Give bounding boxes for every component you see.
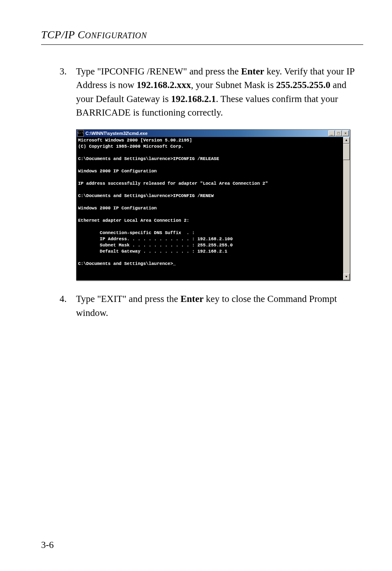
vertical-scrollbar[interactable]: ▲ ▼ (343, 137, 350, 280)
cmd-client-area: Microsoft Windows 2000 [Version 5.00.219… (76, 137, 350, 280)
scroll-down-button[interactable]: ▼ (343, 274, 350, 280)
maximize-button[interactable]: □ (335, 130, 342, 136)
cmd-window: C:\ C:\WINNT\system32\cmd.exe _ □ × Micr… (76, 129, 350, 281)
titlebar[interactable]: C:\ C:\WINNT\system32\cmd.exe _ □ × (76, 130, 350, 137)
scroll-track[interactable] (343, 144, 350, 274)
page-number: 3-6 (41, 540, 54, 550)
cmd-output[interactable]: Microsoft Windows 2000 [Version 5.00.219… (76, 137, 343, 280)
text-bold: 192.168.2.xxx (137, 80, 191, 90)
heading-rule (41, 44, 363, 45)
step-4: 4. Type "EXIT" and press the Enter key t… (60, 292, 363, 320)
scroll-thumb[interactable] (343, 144, 350, 160)
text-run: Type "IPCONFIG /RENEW" and press the (76, 66, 241, 77)
text-bold: 255.255.255.0 (276, 80, 330, 90)
step-body: Type "IPCONFIG /RENEW" and press the Ent… (76, 65, 363, 119)
scroll-up-button[interactable]: ▲ (343, 137, 350, 144)
step-3: 3. Type "IPCONFIG /RENEW" and press the … (60, 65, 363, 119)
steps-list-2: 4. Type "EXIT" and press the Enter key t… (60, 292, 363, 320)
minimize-button[interactable]: _ (328, 130, 335, 136)
text-bold: Enter (241, 66, 264, 77)
heading-text: TCP/IP CONFIGURATION (41, 29, 147, 41)
window-title: C:\WINNT\system32\cmd.exe (85, 130, 328, 137)
section-heading: TCP/IP CONFIGURATION (41, 29, 363, 41)
window-buttons: _ □ × (328, 130, 349, 136)
text-bold: 192.168.2.1 (171, 94, 216, 104)
document-page: TCP/IP CONFIGURATION 3. Type "IPCONFIG /… (0, 0, 392, 571)
step-number: 4. (60, 292, 76, 320)
text-run: Type "EXIT" and press the (76, 294, 180, 304)
step-body: Type "EXIT" and press the Enter key to c… (76, 292, 363, 320)
cmd-app-icon: C:\ (77, 130, 84, 137)
step-number: 3. (60, 65, 76, 119)
text-run: , your Subnet Mask is (191, 80, 276, 90)
steps-list: 3. Type "IPCONFIG /RENEW" and press the … (60, 65, 363, 119)
close-button[interactable]: × (342, 130, 349, 136)
text-bold: Enter (180, 294, 203, 304)
